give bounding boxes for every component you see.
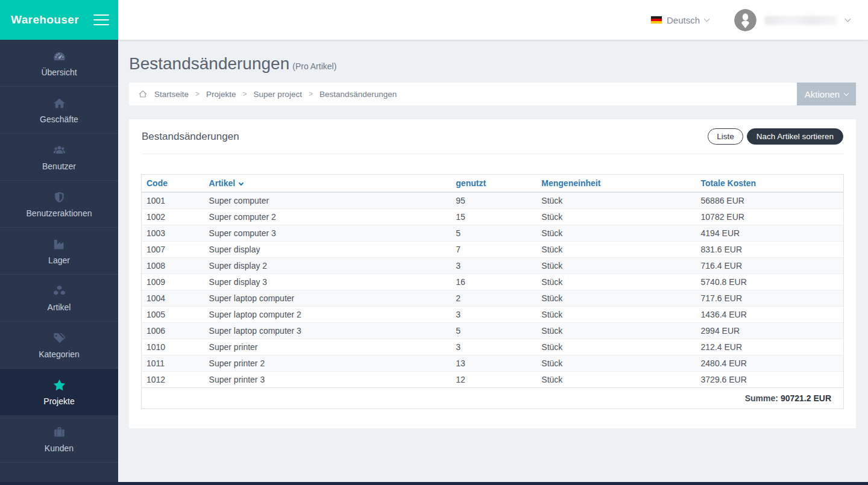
breadcrumb: Startseite>Projekte>Super project>Bestan… xyxy=(129,83,797,105)
list-view-button[interactable]: Liste xyxy=(708,128,743,145)
cell-totale-kosten: 5740.8 EUR xyxy=(696,274,843,290)
brand-header: Warehouser xyxy=(0,0,118,40)
sort-by-article-button[interactable]: Nach Artikel sortieren xyxy=(747,128,843,145)
actions-button[interactable]: Aktionen xyxy=(797,83,856,105)
cell-code: 1003 xyxy=(142,225,204,242)
sidebar-item-projekte[interactable]: Projekte xyxy=(0,369,118,416)
sidebar-item-label: Benutzeraktionen xyxy=(27,208,92,218)
tags-icon xyxy=(52,331,66,345)
cell-code: 1008 xyxy=(142,258,204,274)
table-row: 1007Super display7Stück831.6 EUR xyxy=(142,242,843,258)
view-buttons: Liste Nach Artikel sortieren xyxy=(708,128,843,145)
table-row: 1004Super laptop computer2Stück717.6 EUR xyxy=(142,290,843,307)
menu-toggle-icon[interactable] xyxy=(93,12,109,28)
cell-totale-kosten: 716.4 EUR xyxy=(696,258,843,274)
sidebar-item-kategorien[interactable]: Kategorien xyxy=(0,322,118,369)
table-row: 1006Super laptop computer 35Stück2994 EU… xyxy=(142,323,843,339)
cell-mengeneinheit: Stück xyxy=(536,225,696,242)
cell-genutzt: 3 xyxy=(451,307,536,323)
table-row: 1009Super display 316Stück5740.8 EUR xyxy=(142,274,843,290)
cell-mengeneinheit: Stück xyxy=(536,192,696,209)
cell-artikel: Super display xyxy=(204,242,451,258)
user-menu[interactable] xyxy=(734,9,850,31)
sidebar-item-artikel[interactable]: Artikel xyxy=(0,275,118,322)
cell-genutzt: 5 xyxy=(451,323,536,339)
cell-artikel: Super computer xyxy=(204,192,451,209)
divider xyxy=(142,154,843,154)
column-header-mengeneinheit[interactable]: Mengeneinheit xyxy=(536,175,696,192)
cell-totale-kosten: 4194 EUR xyxy=(696,225,843,242)
sidebar-item-uebersicht[interactable]: Übersicht xyxy=(0,40,118,87)
cell-mengeneinheit: Stück xyxy=(536,372,696,388)
sidebar-nav: ÜbersichtGeschäfteBenutzerBenutzeraktion… xyxy=(0,40,118,463)
sidebar-item-benutzer[interactable]: Benutzer xyxy=(0,134,118,181)
chevron-down-icon xyxy=(704,16,710,22)
cubes-icon xyxy=(52,284,66,298)
table-row: 1001Super computer95Stück56886 EUR xyxy=(142,192,843,209)
sidebar-item-label: Benutzer xyxy=(42,161,76,171)
cell-mengeneinheit: Stück xyxy=(536,209,696,225)
cell-artikel: Super computer 3 xyxy=(204,225,451,242)
sidebar-item-label: Artikel xyxy=(48,302,71,312)
cell-totale-kosten: 10782 EUR xyxy=(696,209,843,225)
cell-totale-kosten: 1436.4 EUR xyxy=(696,307,843,323)
column-header-artikel[interactable]: Artikel xyxy=(204,175,451,192)
breadcrumb-item[interactable]: Super project xyxy=(254,90,302,99)
cell-code: 1012 xyxy=(142,372,204,388)
table-row: 1012Super printer 312Stück3729.6 EUR xyxy=(142,372,843,388)
language-selector[interactable]: Deutsch xyxy=(651,15,709,25)
breadcrumb-separator: > xyxy=(243,90,247,98)
sidebar: Warehouser ÜbersichtGeschäfteBenutzerBen… xyxy=(0,0,118,485)
dashboard-icon xyxy=(52,49,66,63)
cell-totale-kosten: 3729.6 EUR xyxy=(696,372,843,388)
table-row: 1005Super laptop computer 23Stück1436.4 … xyxy=(142,307,843,323)
home-icon xyxy=(52,96,66,110)
column-header-genutzt[interactable]: genutzt xyxy=(451,175,536,192)
cell-mengeneinheit: Stück xyxy=(536,323,696,339)
breadcrumb-row: Startseite>Projekte>Super project>Bestan… xyxy=(129,83,856,105)
cell-code: 1001 xyxy=(142,192,204,209)
sum-value: 90721.2 EUR xyxy=(781,393,831,403)
cell-genutzt: 5 xyxy=(451,225,536,242)
breadcrumb-separator: > xyxy=(195,90,200,98)
cell-artikel: Super computer 2 xyxy=(204,209,451,225)
cell-artikel: Super laptop computer 3 xyxy=(204,323,451,339)
home-icon[interactable] xyxy=(138,89,148,99)
cell-genutzt: 13 xyxy=(451,355,536,372)
cell-mengeneinheit: Stück xyxy=(536,290,696,307)
inventory-table-container: CodeArtikelgenutztMengeneinheitTotale Ko… xyxy=(141,174,844,409)
column-header-code[interactable]: Code xyxy=(142,175,204,192)
table-row: 1010Super printer3Stück212.4 EUR xyxy=(142,339,843,355)
cell-artikel: Super printer 3 xyxy=(204,372,451,388)
column-header-totale-kosten[interactable]: Totale Kosten xyxy=(696,175,843,192)
breadcrumb-item[interactable]: Projekte xyxy=(206,90,236,99)
cell-genutzt: 12 xyxy=(451,372,536,388)
cell-artikel: Super display 2 xyxy=(204,258,451,274)
actions-button-label: Aktionen xyxy=(805,89,840,99)
sort-desc-icon xyxy=(239,181,244,186)
cell-genutzt: 3 xyxy=(451,339,536,355)
cell-totale-kosten: 717.6 EUR xyxy=(696,290,843,307)
sidebar-item-label: Geschäfte xyxy=(40,114,78,124)
cell-mengeneinheit: Stück xyxy=(536,274,696,290)
language-label: Deutsch xyxy=(667,15,700,25)
chevron-down-icon xyxy=(845,16,851,22)
brand-logo: Warehouser xyxy=(11,13,79,27)
content-card: Bestandsänderungen Liste Nach Artikel so… xyxy=(129,119,856,428)
column-label: Mengeneinheit xyxy=(541,178,600,188)
table-row: 1011Super printer 213Stück2480.4 EUR xyxy=(142,355,843,372)
users-icon xyxy=(52,143,66,157)
sidebar-item-kunden[interactable]: Kunden xyxy=(0,416,118,463)
card-title: Bestandsänderungen xyxy=(142,131,239,143)
sidebar-item-benutzeraktionen[interactable]: Benutzeraktionen xyxy=(0,181,118,228)
sidebar-item-geschaefte[interactable]: Geschäfte xyxy=(0,87,118,134)
sidebar-item-lager[interactable]: Lager xyxy=(0,228,118,275)
breadcrumb-item[interactable]: Startseite xyxy=(154,90,189,99)
breadcrumb-separator: > xyxy=(309,90,313,98)
cell-mengeneinheit: Stück xyxy=(536,355,696,372)
cell-totale-kosten: 56886 EUR xyxy=(696,192,843,209)
cell-mengeneinheit: Stück xyxy=(536,258,696,274)
cell-artikel: Super laptop computer 2 xyxy=(204,307,451,323)
avatar xyxy=(734,9,756,31)
cell-genutzt: 3 xyxy=(451,258,536,274)
